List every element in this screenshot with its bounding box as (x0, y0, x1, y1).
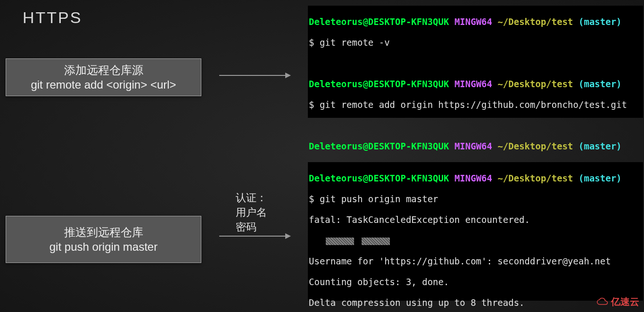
auth-note: 认证： 用户名 密码 (236, 191, 267, 234)
watermark-text: 亿速云 (611, 296, 639, 308)
terminal-command: $ git push origin master (309, 194, 642, 204)
note-line: 密码 (236, 220, 267, 235)
terminal-output: fatal: TaskCanceledException encountered… (309, 214, 642, 225)
redacted-icon (362, 238, 390, 245)
terminal-remote: Deleteorus@DESKTOP-KFN3QUK MINGW64 ~/Des… (308, 6, 643, 118)
redacted-icon (326, 238, 354, 245)
callout-command: git push origin master (16, 239, 191, 254)
callout-add-remote: 添加远程仓库源 git remote add <origin> <url> (6, 58, 201, 96)
note-line: 用户名 (236, 205, 267, 220)
terminal-push: Deleteorus@DESKTOP-KFN3QUK MINGW64 ~/Des… (308, 162, 643, 301)
arrow-icon (219, 236, 290, 237)
terminal-output: Username for 'https://github.com': secon… (309, 256, 642, 266)
terminal-output: Counting objects: 3, done. (309, 277, 642, 287)
cloud-icon (596, 297, 609, 307)
watermark-logo: 亿速云 (596, 296, 639, 308)
note-line: 认证： (236, 191, 267, 205)
callout-command: git remote add <origin> <url> (16, 77, 191, 92)
terminal-command: $ git remote -v (309, 37, 642, 48)
callout-push-remote: 推送到远程仓库 git push origin master (6, 216, 201, 263)
terminal-command: $ git remote add origin https://github.c… (309, 99, 642, 110)
arrow-icon (219, 75, 290, 76)
slide-title: HTTPS (23, 8, 82, 27)
callout-label: 推送到远程仓库 (16, 225, 191, 239)
callout-label: 添加远程仓库源 (16, 63, 191, 77)
terminal-output: Delta compression using up to 8 threads. (309, 297, 642, 308)
